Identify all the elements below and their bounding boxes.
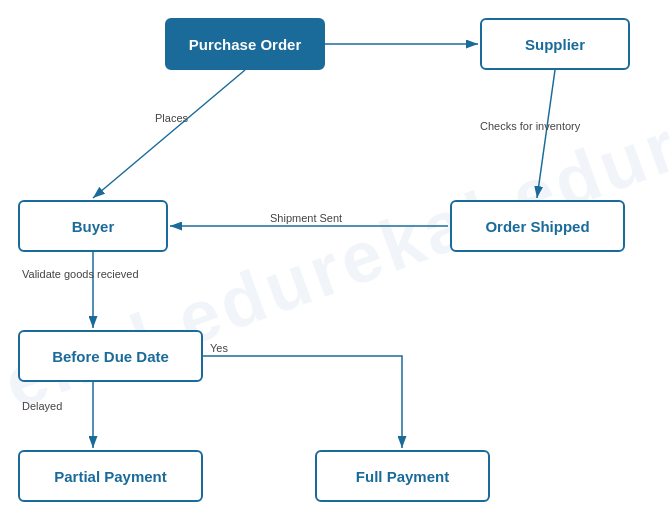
purchase-order-node: Purchase Order: [165, 18, 325, 70]
before-due-date-node: Before Due Date: [18, 330, 203, 382]
buyer-label: Buyer: [72, 218, 115, 235]
order-shipped-node: Order Shipped: [450, 200, 625, 252]
before-due-date-label: Before Due Date: [52, 348, 169, 365]
full-payment-node: Full Payment: [315, 450, 490, 502]
places-label: Places: [155, 112, 188, 124]
supplier-node: Supplier: [480, 18, 630, 70]
full-payment-label: Full Payment: [356, 468, 449, 485]
svg-line-2: [93, 70, 245, 198]
partial-payment-label: Partial Payment: [54, 468, 167, 485]
supplier-label: Supplier: [525, 36, 585, 53]
svg-line-3: [537, 70, 555, 198]
yes-label: Yes: [210, 342, 228, 354]
validate-goods-label: Validate goods recieved: [22, 268, 139, 280]
watermark-text: edureka! edureka! edureka!: [0, 49, 672, 483]
purchase-order-label: Purchase Order: [189, 36, 302, 53]
order-shipped-label: Order Shipped: [485, 218, 589, 235]
buyer-node: Buyer: [18, 200, 168, 252]
shipment-sent-label: Shipment Sent: [270, 212, 342, 224]
delayed-label: Delayed: [22, 400, 62, 412]
checks-inventory-label: Checks for inventory: [480, 120, 580, 132]
partial-payment-node: Partial Payment: [18, 450, 203, 502]
